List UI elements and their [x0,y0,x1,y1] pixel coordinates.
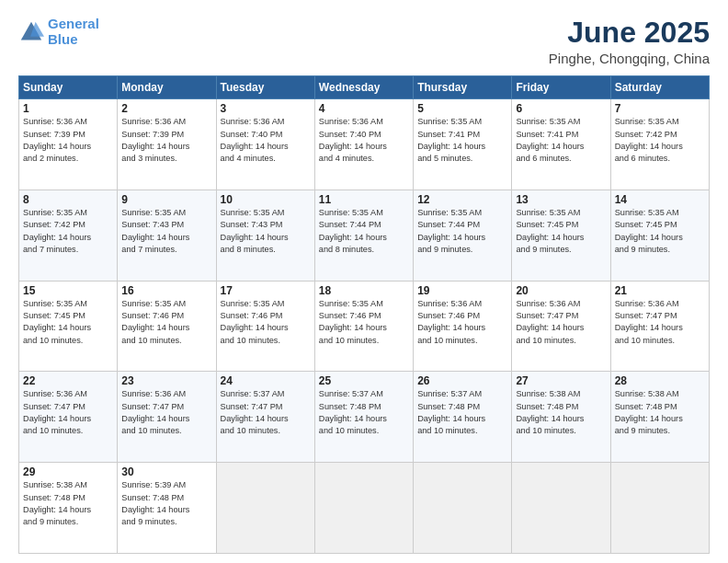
day-info: Sunrise: 5:35 AMSunset: 7:46 PMDaylight:… [221,298,311,347]
header-wednesday: Wednesday [314,76,413,99]
day-number: 11 [319,193,409,206]
logo-text: General Blue [48,17,99,47]
header-monday: Monday [118,76,216,99]
calendar-day-cell: 21Sunrise: 5:36 AMSunset: 7:47 PMDayligh… [610,281,709,372]
calendar-day-cell: 1Sunrise: 5:36 AMSunset: 7:39 PMDaylight… [19,99,118,190]
day-info: Sunrise: 5:35 AMSunset: 7:46 PMDaylight:… [121,298,211,347]
day-number: 5 [417,102,507,115]
calendar-day-cell: 29Sunrise: 5:38 AMSunset: 7:48 PMDayligh… [19,463,118,554]
day-number: 8 [23,193,113,206]
day-info: Sunrise: 5:36 AMSunset: 7:40 PMDaylight:… [319,116,409,165]
calendar-day-cell [216,463,314,554]
day-info: Sunrise: 5:35 AMSunset: 7:46 PMDaylight:… [319,298,409,347]
day-info: Sunrise: 5:35 AMSunset: 7:41 PMDaylight:… [417,116,507,165]
day-info: Sunrise: 5:39 AMSunset: 7:48 PMDaylight:… [121,479,211,528]
calendar-header-row: Sunday Monday Tuesday Wednesday Thursday… [19,76,710,99]
calendar-day-cell: 4Sunrise: 5:36 AMSunset: 7:40 PMDaylight… [314,99,413,190]
calendar-day-cell: 14Sunrise: 5:35 AMSunset: 7:45 PMDayligh… [610,190,709,281]
calendar-day-cell [414,463,512,554]
day-number: 20 [516,284,606,297]
header: General Blue June 2025 Pinghe, Chongqing… [18,17,710,66]
calendar-day-cell: 13Sunrise: 5:35 AMSunset: 7:45 PMDayligh… [512,190,610,281]
main-title: June 2025 [549,17,710,49]
day-info: Sunrise: 5:35 AMSunset: 7:44 PMDaylight:… [417,207,507,256]
calendar-day-cell: 11Sunrise: 5:35 AMSunset: 7:44 PMDayligh… [314,190,413,281]
day-info: Sunrise: 5:36 AMSunset: 7:39 PMDaylight:… [23,116,113,165]
calendar-week-row: 15Sunrise: 5:35 AMSunset: 7:45 PMDayligh… [19,281,710,372]
day-info: Sunrise: 5:35 AMSunset: 7:42 PMDaylight:… [23,207,113,256]
logo-icon [18,19,44,45]
calendar-day-cell: 23Sunrise: 5:36 AMSunset: 7:47 PMDayligh… [118,372,216,463]
day-number: 25 [319,374,409,387]
day-info: Sunrise: 5:38 AMSunset: 7:48 PMDaylight:… [516,388,606,437]
day-info: Sunrise: 5:36 AMSunset: 7:40 PMDaylight:… [221,116,311,165]
day-info: Sunrise: 5:36 AMSunset: 7:47 PMDaylight:… [121,388,211,437]
calendar-day-cell: 30Sunrise: 5:39 AMSunset: 7:48 PMDayligh… [118,463,216,554]
calendar-day-cell: 8Sunrise: 5:35 AMSunset: 7:42 PMDaylight… [19,190,118,281]
day-number: 29 [23,465,113,478]
day-info: Sunrise: 5:36 AMSunset: 7:47 PMDaylight:… [23,388,113,437]
day-info: Sunrise: 5:35 AMSunset: 7:41 PMDaylight:… [516,116,606,165]
day-number: 9 [121,193,211,206]
calendar-day-cell [512,463,610,554]
day-info: Sunrise: 5:35 AMSunset: 7:45 PMDaylight:… [23,298,113,347]
day-number: 10 [221,193,311,206]
logo: General Blue [18,17,99,47]
day-info: Sunrise: 5:37 AMSunset: 7:48 PMDaylight:… [319,388,409,437]
calendar-day-cell: 2Sunrise: 5:36 AMSunset: 7:39 PMDaylight… [118,99,216,190]
day-number: 27 [516,374,606,387]
day-info: Sunrise: 5:36 AMSunset: 7:47 PMDaylight:… [615,298,705,347]
calendar-day-cell: 10Sunrise: 5:35 AMSunset: 7:43 PMDayligh… [216,190,314,281]
header-friday: Friday [512,76,610,99]
day-info: Sunrise: 5:35 AMSunset: 7:44 PMDaylight:… [319,207,409,256]
day-number: 1 [23,102,113,115]
day-info: Sunrise: 5:37 AMSunset: 7:47 PMDaylight:… [221,388,311,437]
day-number: 15 [23,284,113,297]
calendar-day-cell: 19Sunrise: 5:36 AMSunset: 7:46 PMDayligh… [414,281,512,372]
day-info: Sunrise: 5:35 AMSunset: 7:43 PMDaylight:… [221,207,311,256]
calendar-day-cell: 3Sunrise: 5:36 AMSunset: 7:40 PMDaylight… [216,99,314,190]
day-number: 6 [516,102,606,115]
calendar-week-row: 29Sunrise: 5:38 AMSunset: 7:48 PMDayligh… [19,463,710,554]
title-block: June 2025 Pinghe, Chongqing, China [549,17,710,66]
day-number: 17 [221,284,311,297]
day-number: 13 [516,193,606,206]
day-number: 26 [417,374,507,387]
calendar-day-cell: 22Sunrise: 5:36 AMSunset: 7:47 PMDayligh… [19,372,118,463]
header-sunday: Sunday [19,76,118,99]
calendar-day-cell: 25Sunrise: 5:37 AMSunset: 7:48 PMDayligh… [314,372,413,463]
day-number: 23 [121,374,211,387]
subtitle: Pinghe, Chongqing, China [549,51,710,66]
day-number: 30 [121,465,211,478]
day-number: 28 [615,374,705,387]
calendar-week-row: 1Sunrise: 5:36 AMSunset: 7:39 PMDaylight… [19,99,710,190]
day-info: Sunrise: 5:36 AMSunset: 7:46 PMDaylight:… [417,298,507,347]
day-number: 7 [615,102,705,115]
day-info: Sunrise: 5:35 AMSunset: 7:43 PMDaylight:… [121,207,211,256]
day-number: 24 [221,374,311,387]
calendar-day-cell: 27Sunrise: 5:38 AMSunset: 7:48 PMDayligh… [512,372,610,463]
calendar-day-cell: 16Sunrise: 5:35 AMSunset: 7:46 PMDayligh… [118,281,216,372]
day-info: Sunrise: 5:36 AMSunset: 7:39 PMDaylight:… [121,116,211,165]
calendar-day-cell: 26Sunrise: 5:37 AMSunset: 7:48 PMDayligh… [414,372,512,463]
calendar-day-cell: 6Sunrise: 5:35 AMSunset: 7:41 PMDaylight… [512,99,610,190]
day-number: 2 [121,102,211,115]
day-info: Sunrise: 5:36 AMSunset: 7:47 PMDaylight:… [516,298,606,347]
day-number: 16 [121,284,211,297]
day-info: Sunrise: 5:38 AMSunset: 7:48 PMDaylight:… [615,388,705,437]
calendar-day-cell: 5Sunrise: 5:35 AMSunset: 7:41 PMDaylight… [414,99,512,190]
header-saturday: Saturday [610,76,709,99]
day-number: 22 [23,374,113,387]
calendar-day-cell: 9Sunrise: 5:35 AMSunset: 7:43 PMDaylight… [118,190,216,281]
calendar-day-cell: 7Sunrise: 5:35 AMSunset: 7:42 PMDaylight… [610,99,709,190]
day-number: 19 [417,284,507,297]
calendar-day-cell: 28Sunrise: 5:38 AMSunset: 7:48 PMDayligh… [610,372,709,463]
page: General Blue June 2025 Pinghe, Chongqing… [0,0,728,563]
calendar-day-cell [610,463,709,554]
day-number: 14 [615,193,705,206]
calendar-day-cell: 18Sunrise: 5:35 AMSunset: 7:46 PMDayligh… [314,281,413,372]
day-number: 4 [319,102,409,115]
calendar-week-row: 8Sunrise: 5:35 AMSunset: 7:42 PMDaylight… [19,190,710,281]
calendar-day-cell: 15Sunrise: 5:35 AMSunset: 7:45 PMDayligh… [19,281,118,372]
calendar-week-row: 22Sunrise: 5:36 AMSunset: 7:47 PMDayligh… [19,372,710,463]
